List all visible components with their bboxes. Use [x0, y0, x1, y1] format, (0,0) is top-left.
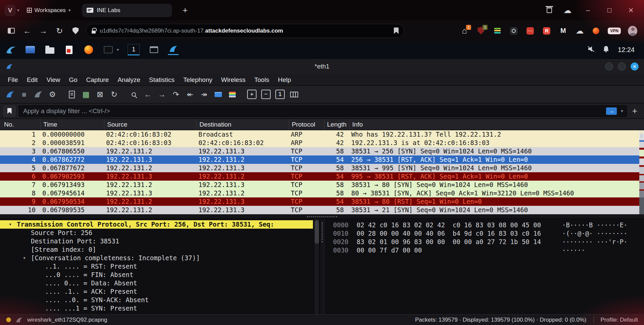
- auto-scroll-button[interactable]: [212, 88, 224, 100]
- resize-columns-button[interactable]: [288, 88, 300, 100]
- window-close-button[interactable]: ×: [626, 5, 636, 15]
- browser-tab-ine-labs[interactable]: INE Labs: [82, 4, 172, 17]
- taskbar-wireshark-button[interactable]: [168, 44, 179, 55]
- detail-line[interactable]: ▾[Conversation completeness: Incomplete …: [0, 254, 313, 262]
- hex-row[interactable]: 003000 00 7f d7 00 00······: [333, 246, 644, 254]
- column-header-destination[interactable]: Destination: [196, 119, 289, 130]
- detail-line[interactable]: .... 0... = Data: Absent: [0, 279, 313, 287]
- url-bar[interactable]: u1dfids7c7r4dq3he2689h7ci.ap-south-17.at…: [86, 24, 404, 38]
- horizontal-splitter[interactable]: [0, 214, 644, 219]
- window-maximize-button[interactable]: □: [604, 6, 614, 14]
- display-filter-input[interactable]: [22, 107, 603, 115]
- workspaces-button[interactable]: Workspaces ▾: [27, 7, 71, 14]
- expander-icon[interactable]: ▾: [23, 254, 26, 262]
- profile-avatar-button[interactable]: [628, 26, 637, 36]
- packet-row[interactable]: 70.067913493192.22.131.2192.22.131.3TCP5…: [0, 181, 644, 189]
- taskbar-window-button[interactable]: [148, 44, 159, 55]
- detail-line[interactable]: .... ..0. = SYN-ACK: Absent: [0, 296, 313, 304]
- zoom-out-button[interactable]: −: [260, 88, 272, 100]
- menu-view[interactable]: View: [42, 74, 64, 86]
- packet-row[interactable]: 50.067877672192.22.131.2192.22.131.3TCP5…: [0, 164, 644, 172]
- profile-label[interactable]: Profile: Default: [601, 317, 638, 323]
- packet-list-scrollbar[interactable]: [639, 130, 644, 214]
- panel-toggle-button[interactable]: [5, 25, 17, 37]
- workspace-indicator[interactable]: 1: [128, 44, 140, 55]
- menu-analyze[interactable]: Analyze: [113, 74, 145, 86]
- menu-wireless[interactable]: Wireless: [217, 74, 250, 86]
- column-header-source[interactable]: Source: [104, 119, 196, 130]
- pane-splitter[interactable]: [320, 219, 324, 314]
- menu-tools[interactable]: Tools: [250, 74, 273, 86]
- column-header-time[interactable]: Time: [40, 119, 104, 130]
- column-header-info[interactable]: Info: [349, 119, 644, 130]
- detail-line[interactable]: Source Port: 256: [0, 229, 313, 237]
- packet-row[interactable]: 80.067945614192.22.131.3192.22.131.2TCP5…: [0, 189, 644, 197]
- menu-statistics[interactable]: Statistics: [145, 74, 179, 86]
- detail-line[interactable]: .... ...1 = SYN: Present: [0, 304, 313, 313]
- menu-go[interactable]: Go: [64, 74, 82, 86]
- packet-row[interactable]: 40.067862772192.22.131.3192.22.131.2TCP5…: [0, 155, 644, 164]
- detail-line[interactable]: [Stream index: 0]: [0, 245, 313, 254]
- vivaldi-menu-button[interactable]: V ▾: [5, 5, 19, 16]
- home-extension-button[interactable]: ⌂1: [460, 26, 469, 36]
- save-file-button[interactable]: ▦: [80, 88, 92, 100]
- apply-filter-button[interactable]: →: [606, 107, 617, 115]
- packet-row[interactable]: 10.00000000002:42:c0:16:83:02BroadcastAR…: [0, 130, 644, 139]
- open-file-button[interactable]: [66, 88, 78, 100]
- packet-row[interactable]: 60.067902593192.22.131.3192.22.131.2TCP5…: [0, 172, 644, 181]
- trash-icon[interactable]: [547, 7, 552, 13]
- packet-row[interactable]: 30.067806550192.22.131.2192.22.131.3TCP5…: [0, 147, 644, 155]
- ws-maximize-button[interactable]: [618, 62, 626, 71]
- reload-file-button[interactable]: ↻: [108, 88, 120, 100]
- normal-size-button[interactable]: 1: [274, 88, 286, 100]
- capture-options-button[interactable]: ⚙: [46, 88, 58, 100]
- zoom-in-button[interactable]: +: [246, 88, 258, 100]
- dots-extension-button[interactable]: ···: [525, 26, 535, 36]
- expert-info-button[interactable]: [6, 317, 11, 322]
- volume-muted-icon[interactable]: [588, 46, 594, 54]
- detail-line[interactable]: .... .1.. = ACK: Present: [0, 287, 313, 296]
- orange-extension-button[interactable]: [591, 26, 601, 36]
- previous-packet-button[interactable]: ↞: [184, 88, 196, 100]
- find-packet-button[interactable]: [128, 88, 140, 100]
- screenshot-extension-button[interactable]: [509, 26, 518, 36]
- sync-cloud-icon[interactable]: ☁: [563, 6, 571, 15]
- go-back-button[interactable]: ←: [142, 88, 154, 100]
- menu-edit[interactable]: Edit: [22, 74, 42, 86]
- detail-line[interactable]: ...0 .... = FIN: Absent: [0, 271, 313, 279]
- cloud-extension-button[interactable]: ☁: [575, 26, 584, 36]
- ws-minimize-button[interactable]: [605, 62, 613, 71]
- taskbar-pdf-button[interactable]: [64, 44, 75, 55]
- feed-extension-button[interactable]: [493, 26, 502, 36]
- detail-line[interactable]: Destination Port: 38531: [0, 237, 313, 245]
- packet-row[interactable]: 100.067989535192.22.131.2192.22.131.3TCP…: [0, 206, 644, 214]
- column-header-protocol[interactable]: Protocol: [289, 119, 324, 130]
- taskbar-file-manager-button[interactable]: [44, 44, 55, 55]
- menu-telephony[interactable]: Telephony: [179, 74, 217, 86]
- detail-line[interactable]: ▾Transmission Control Protocol, Src Port…: [0, 220, 313, 229]
- new-tab-button[interactable]: +: [180, 5, 190, 15]
- capture-filename[interactable]: wireshark_eth172SQ92.pcapng: [27, 317, 107, 323]
- restart-capture-button[interactable]: [32, 88, 44, 100]
- back-button[interactable]: ←: [21, 25, 33, 37]
- next-packet-button[interactable]: ↠: [198, 88, 210, 100]
- go-forward-button[interactable]: →: [156, 88, 168, 100]
- kali-menu-button[interactable]: [5, 44, 16, 55]
- filter-dropdown-button[interactable]: ▾: [619, 108, 625, 113]
- details-scrollbar-thumb[interactable]: [315, 220, 319, 244]
- add-filter-button[interactable]: +: [630, 106, 641, 116]
- reload-button[interactable]: ↻: [54, 25, 65, 37]
- column-header-length[interactable]: Length: [324, 119, 349, 130]
- expander-icon[interactable]: ▾: [9, 220, 12, 229]
- window-minimize-button[interactable]: –: [583, 6, 593, 14]
- menu-capture[interactable]: Capture: [82, 74, 113, 86]
- hex-row[interactable]: 000002 42 c0 16 83 02 02 42 c0 16 83 03 …: [333, 221, 644, 229]
- ublock-extension-button[interactable]: 1: [476, 26, 486, 36]
- hex-row[interactable]: 001000 28 00 00 40 00 40 06 b4 9d c0 16 …: [333, 229, 644, 238]
- ws-close-button[interactable]: ×: [631, 62, 639, 71]
- column-header-no[interactable]: No.: [0, 119, 40, 130]
- terminal-dropdown-chevron[interactable]: ▾: [117, 47, 119, 52]
- detail-line[interactable]: ..1. .... = RST: Present: [0, 262, 313, 271]
- forward-button[interactable]: →: [38, 25, 49, 37]
- details-scrollbar[interactable]: [315, 219, 319, 314]
